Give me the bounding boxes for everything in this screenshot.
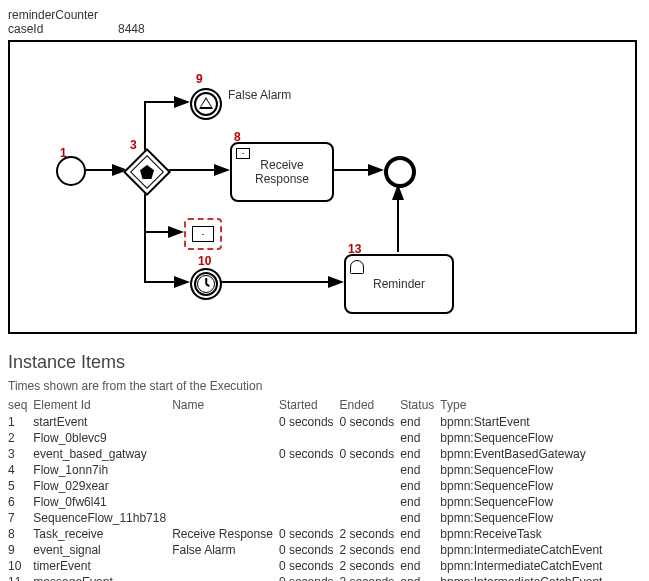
cell-status: end bbox=[400, 414, 440, 430]
envelope-icon bbox=[192, 226, 214, 242]
cell-seq: 6 bbox=[8, 494, 33, 510]
cell-type: bpmn:SequenceFlow bbox=[440, 494, 608, 510]
cell-started bbox=[279, 510, 340, 526]
cell-ended: 0 seconds bbox=[340, 414, 401, 430]
cell-status: end bbox=[400, 462, 440, 478]
cell-eid: startEvent bbox=[33, 414, 172, 430]
cell-started bbox=[279, 430, 340, 446]
cell-eid: event_based_gatway bbox=[33, 446, 172, 462]
table-row: 10timerEvent0 seconds2 secondsendbpmn:In… bbox=[8, 558, 641, 574]
cell-ended: 0 seconds bbox=[340, 446, 401, 462]
cell-started bbox=[279, 462, 340, 478]
cell-eid: messageEvent bbox=[33, 574, 172, 581]
receive-response-task[interactable]: Receive Response bbox=[230, 142, 334, 202]
badge-9: 9 bbox=[196, 72, 203, 86]
timer-catch-event[interactable] bbox=[190, 268, 222, 300]
col-type: Type bbox=[440, 397, 608, 414]
cell-name bbox=[172, 558, 279, 574]
cell-status: end bbox=[400, 446, 440, 462]
cell-type: bpmn:SequenceFlow bbox=[440, 430, 608, 446]
cell-type: bpmn:EventBasedGateway bbox=[440, 446, 608, 462]
col-eid: Element Id bbox=[33, 397, 172, 414]
cell-seq: 2 bbox=[8, 430, 33, 446]
cell-started: 0 seconds bbox=[279, 446, 340, 462]
cell-ended bbox=[340, 510, 401, 526]
cell-status: end bbox=[400, 478, 440, 494]
cell-status: end bbox=[400, 430, 440, 446]
cell-status: end bbox=[400, 574, 440, 581]
cell-type: bpmn:ReceiveTask bbox=[440, 526, 608, 542]
badge-10: 10 bbox=[198, 254, 211, 268]
col-seq: seq bbox=[8, 397, 33, 414]
end-event[interactable] bbox=[384, 156, 416, 188]
cell-seq: 11 bbox=[8, 574, 33, 581]
section-note: Times shown are from the start of the Ex… bbox=[8, 379, 641, 393]
cell-eid: Flow_1onn7ih bbox=[33, 462, 172, 478]
cell-name bbox=[172, 462, 279, 478]
cell-seq: 9 bbox=[8, 542, 33, 558]
cell-name bbox=[172, 574, 279, 581]
col-name: Name bbox=[172, 397, 279, 414]
hdr-reminder-label: reminderCounter bbox=[8, 8, 118, 22]
cell-name bbox=[172, 430, 279, 446]
cell-seq: 5 bbox=[8, 478, 33, 494]
table-row: 5Flow_029xearendbpmn:SequenceFlow bbox=[8, 478, 641, 494]
reminder-label: Reminder bbox=[373, 277, 425, 291]
cell-name bbox=[172, 414, 279, 430]
message-catch-event[interactable] bbox=[184, 218, 222, 250]
table-row: 11messageEvent0 seconds2 secondsendbpmn:… bbox=[8, 574, 641, 581]
table-row: 6Flow_0fw6l41endbpmn:SequenceFlow bbox=[8, 494, 641, 510]
col-ended: Ended bbox=[340, 397, 401, 414]
header: reminderCounter caseId8448 bbox=[8, 8, 641, 36]
cell-type: bpmn:SequenceFlow bbox=[440, 478, 608, 494]
cell-ended: 2 seconds bbox=[340, 558, 401, 574]
cell-eid: event_signal bbox=[33, 542, 172, 558]
cell-ended: 2 seconds bbox=[340, 542, 401, 558]
signal-catch-event[interactable] bbox=[190, 88, 222, 120]
clock-icon bbox=[197, 275, 215, 293]
cell-name bbox=[172, 446, 279, 462]
section-title: Instance Items bbox=[8, 352, 641, 373]
start-event[interactable] bbox=[56, 156, 86, 186]
cell-eid: Flow_0blevc9 bbox=[33, 430, 172, 446]
cell-eid: timerEvent bbox=[33, 558, 172, 574]
cell-eid: Flow_029xear bbox=[33, 478, 172, 494]
cell-name bbox=[172, 510, 279, 526]
hdr-caseid-label: caseId bbox=[8, 22, 118, 36]
bpmn-diagram: 1 3 9 False Alarm 8 Receive Response 10 … bbox=[8, 40, 637, 334]
cell-started bbox=[279, 478, 340, 494]
badge-3: 3 bbox=[130, 138, 137, 152]
cell-type: bpmn:SequenceFlow bbox=[440, 462, 608, 478]
cell-name bbox=[172, 494, 279, 510]
reminder-task[interactable]: Reminder bbox=[344, 254, 454, 314]
cell-seq: 7 bbox=[8, 510, 33, 526]
triangle-icon bbox=[199, 97, 213, 109]
table-row: 8Task_receiveReceive Response0 seconds2 … bbox=[8, 526, 641, 542]
table-row: 1startEvent0 seconds0 secondsendbpmn:Sta… bbox=[8, 414, 641, 430]
cell-eid: SequenceFlow_11hb718 bbox=[33, 510, 172, 526]
cell-type: bpmn:IntermediateCatchEvent bbox=[440, 542, 608, 558]
cell-ended: 2 seconds bbox=[340, 526, 401, 542]
col-status: Status bbox=[400, 397, 440, 414]
cell-seq: 8 bbox=[8, 526, 33, 542]
cell-type: bpmn:StartEvent bbox=[440, 414, 608, 430]
cell-ended: 2 seconds bbox=[340, 574, 401, 581]
cell-ended bbox=[340, 494, 401, 510]
cell-started: 0 seconds bbox=[279, 542, 340, 558]
cell-seq: 4 bbox=[8, 462, 33, 478]
col-started: Started bbox=[279, 397, 340, 414]
cell-started: 0 seconds bbox=[279, 574, 340, 581]
instance-items-table: seq Element Id Name Started Ended Status… bbox=[8, 397, 641, 581]
table-row: 3event_based_gatway0 seconds0 secondsend… bbox=[8, 446, 641, 462]
cell-status: end bbox=[400, 558, 440, 574]
table-row: 2Flow_0blevc9endbpmn:SequenceFlow bbox=[8, 430, 641, 446]
cell-started: 0 seconds bbox=[279, 526, 340, 542]
pentagon-icon bbox=[140, 165, 154, 179]
table-row: 4Flow_1onn7ihendbpmn:SequenceFlow bbox=[8, 462, 641, 478]
cell-type: bpmn:IntermediateCatchEvent bbox=[440, 558, 608, 574]
cell-status: end bbox=[400, 542, 440, 558]
hdr-caseid-value: 8448 bbox=[118, 22, 145, 36]
cell-eid: Task_receive bbox=[33, 526, 172, 542]
cell-seq: 10 bbox=[8, 558, 33, 574]
cell-name: False Alarm bbox=[172, 542, 279, 558]
